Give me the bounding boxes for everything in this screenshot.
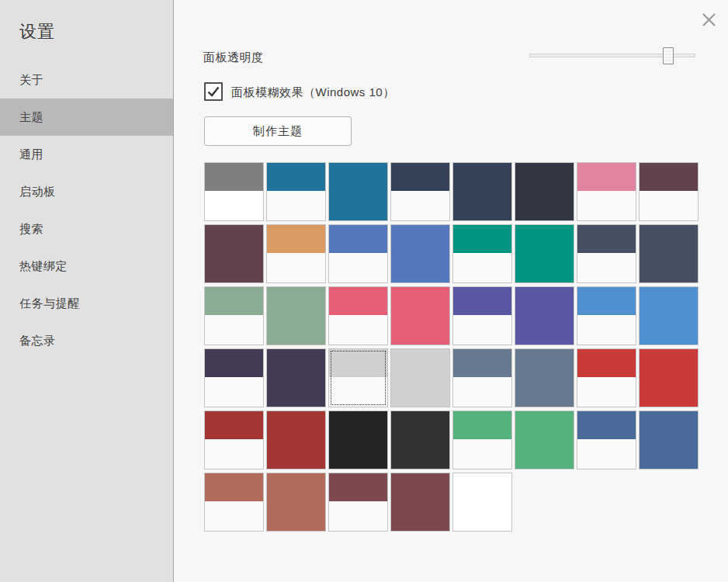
blur-effect-label: 面板模糊效果（Windows 10） xyxy=(231,85,395,100)
theme-swatch-panel-color xyxy=(453,473,511,501)
theme-swatch[interactable] xyxy=(577,224,636,283)
theme-swatch-background-color xyxy=(515,191,574,220)
theme-swatch-background-color xyxy=(267,377,325,407)
theme-swatch[interactable] xyxy=(639,162,699,221)
settings-sidebar: 设置 关于主题通用启动板搜索热键绑定任务与提醒备忘录 xyxy=(0,0,174,582)
theme-swatch[interactable] xyxy=(266,224,326,283)
theme-swatch[interactable] xyxy=(452,473,512,532)
theme-swatch-background-color xyxy=(515,315,574,345)
theme-swatch-background-color xyxy=(391,439,449,469)
theme-swatch-background-color xyxy=(453,439,511,469)
theme-swatch-background-color xyxy=(267,439,325,469)
theme-swatch-panel-color xyxy=(640,287,698,315)
theme-swatch[interactable] xyxy=(328,348,388,407)
theme-swatch-panel-color xyxy=(640,163,698,191)
theme-swatch[interactable] xyxy=(328,473,388,532)
theme-swatch[interactable] xyxy=(515,162,574,221)
theme-swatch-background-color xyxy=(515,377,574,407)
theme-swatch-background-color xyxy=(453,377,511,407)
theme-swatch[interactable] xyxy=(577,411,636,469)
theme-swatch-background-color xyxy=(577,377,636,407)
theme-swatch[interactable] xyxy=(328,224,388,283)
theme-swatch-background-color xyxy=(391,501,449,531)
theme-swatch-panel-color xyxy=(640,225,698,253)
theme-swatch[interactable] xyxy=(390,473,450,532)
checkmark-icon xyxy=(207,86,220,97)
theme-swatch[interactable] xyxy=(515,224,574,283)
theme-swatch-background-color xyxy=(577,191,636,220)
theme-swatch-panel-color xyxy=(453,349,511,377)
theme-swatch[interactable] xyxy=(266,473,326,532)
theme-swatch[interactable] xyxy=(515,411,574,469)
sidebar-item-6[interactable]: 任务与提醒 xyxy=(0,285,173,322)
theme-swatch[interactable] xyxy=(266,286,326,345)
theme-swatch[interactable] xyxy=(577,162,636,221)
sidebar-item-2[interactable]: 通用 xyxy=(0,136,173,173)
theme-swatch[interactable] xyxy=(639,348,699,407)
make-theme-button[interactable]: 制作主题 xyxy=(204,116,352,146)
theme-swatch-background-color xyxy=(205,377,263,407)
theme-swatch[interactable] xyxy=(266,348,326,407)
theme-swatch[interactable] xyxy=(452,411,512,469)
theme-swatch-background-color xyxy=(453,501,511,531)
theme-swatch-background-color xyxy=(453,315,511,345)
theme-swatch[interactable] xyxy=(204,473,264,532)
theme-swatch[interactable] xyxy=(639,224,699,283)
sidebar-item-0[interactable]: 关于 xyxy=(0,61,173,99)
blur-effect-checkbox[interactable] xyxy=(204,82,223,101)
theme-swatch[interactable] xyxy=(266,162,326,221)
sidebar-item-7[interactable]: 备忘录 xyxy=(0,322,173,359)
theme-swatch[interactable] xyxy=(390,348,450,407)
theme-swatch[interactable] xyxy=(390,162,450,221)
theme-swatch[interactable] xyxy=(266,411,326,469)
theme-swatch-panel-color xyxy=(267,473,325,501)
transparency-slider-thumb[interactable] xyxy=(663,47,674,64)
close-button[interactable] xyxy=(701,12,716,27)
theme-swatch-panel-color xyxy=(515,287,574,315)
theme-swatch[interactable] xyxy=(204,162,264,221)
theme-swatch-panel-color xyxy=(267,163,325,191)
theme-swatch[interactable] xyxy=(515,286,574,345)
theme-swatch-panel-color xyxy=(329,349,387,377)
theme-swatch[interactable] xyxy=(204,411,264,469)
sidebar-item-4[interactable]: 搜索 xyxy=(0,210,173,248)
theme-swatch[interactable] xyxy=(204,348,264,407)
theme-swatch-panel-color xyxy=(515,225,574,253)
theme-swatch[interactable] xyxy=(452,162,512,221)
theme-swatch[interactable] xyxy=(204,286,264,345)
theme-swatch-panel-color xyxy=(205,411,263,439)
close-icon xyxy=(702,13,716,26)
theme-swatch[interactable] xyxy=(328,411,388,469)
theme-swatch-background-color xyxy=(329,315,387,345)
theme-swatch[interactable] xyxy=(390,411,450,469)
theme-swatch[interactable] xyxy=(577,348,636,407)
page-title: 设置 xyxy=(19,20,55,43)
theme-swatch-panel-color xyxy=(515,349,574,377)
theme-swatch-background-color xyxy=(267,253,325,282)
theme-swatch[interactable] xyxy=(452,224,512,283)
theme-swatch[interactable] xyxy=(639,411,699,469)
theme-swatch[interactable] xyxy=(577,286,636,345)
theme-swatch[interactable] xyxy=(390,286,450,345)
theme-swatch[interactable] xyxy=(204,224,264,283)
theme-swatch-panel-color xyxy=(329,225,387,253)
sidebar-item-3[interactable]: 启动板 xyxy=(0,173,173,210)
theme-swatch[interactable] xyxy=(328,286,388,345)
theme-swatch[interactable] xyxy=(452,348,512,407)
theme-swatch[interactable] xyxy=(639,286,699,345)
theme-swatch[interactable] xyxy=(390,224,450,283)
sidebar-item-1[interactable]: 主题 xyxy=(0,99,173,136)
theme-swatch-background-color xyxy=(577,439,636,469)
theme-swatch[interactable] xyxy=(515,348,574,407)
theme-swatch-panel-color xyxy=(329,287,387,315)
theme-swatch-panel-color xyxy=(391,287,449,315)
transparency-slider-track[interactable] xyxy=(529,54,695,57)
theme-swatch-panel-color xyxy=(329,473,387,501)
theme-swatch-panel-color xyxy=(267,225,325,253)
theme-swatch[interactable] xyxy=(328,162,388,221)
sidebar-item-5[interactable]: 热键绑定 xyxy=(0,248,173,285)
theme-swatch-background-color xyxy=(205,253,263,282)
theme-swatch[interactable] xyxy=(452,286,512,345)
theme-swatch-panel-color xyxy=(205,225,263,253)
theme-settings-panel: 面板透明度 面板模糊效果（Windows 10） 制作主题 xyxy=(175,0,728,582)
